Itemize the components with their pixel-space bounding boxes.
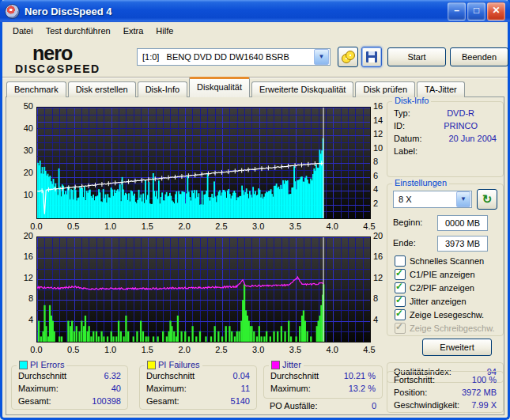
menu-bar: Datei Test durchführen Extra Hilfe [2, 22, 508, 39]
checkbox-label: Zeige Lesegeschw. [410, 310, 484, 320]
checkbox-box [395, 296, 406, 307]
end-field[interactable]: 3973 MB [437, 236, 488, 252]
disk-id-label: ID: [394, 121, 405, 131]
axis-tick-label: 0.5 [62, 221, 85, 231]
axis-tick-label: 3.5 [284, 221, 306, 231]
max-label: Maximum: [146, 384, 187, 393]
tab-disk-pruefen[interactable]: Disk prüfen [355, 81, 415, 97]
total-label: Gesamt: [18, 396, 51, 406]
axis-tick-label: 1.5 [136, 221, 158, 231]
menu-extra[interactable]: Extra [117, 25, 150, 37]
title-bar: Nero DiscSpeed 4 – □ ✕ [0, 0, 510, 22]
disk-type-label: Typ: [394, 108, 410, 118]
checkbox-schreibgeschw: Zeige Schreibgeschw. [395, 322, 495, 334]
axis-tick-label: 6 [373, 171, 394, 180]
tab-diskqualitaet[interactable]: Diskqualität [189, 77, 250, 97]
chevron-down-icon[interactable]: ▼ [456, 191, 470, 207]
disk-date-label: Datum: [394, 134, 421, 143]
checkbox-c2-pif[interactable]: C2/PIF anzeigen [395, 282, 474, 293]
axis-tick-label: 1.0 [100, 345, 122, 354]
disk-type-value: DVD-R [447, 108, 474, 118]
speed-label: Geschwindigkeit: [394, 400, 459, 410]
max-label: Maximum: [18, 384, 59, 393]
axis-tick-label: 20 [373, 231, 394, 240]
total-value: 5140 [231, 396, 250, 406]
axis-tick-label: 10 [373, 143, 394, 153]
checkbox-label: Zeige Schreibgeschw. [410, 324, 495, 333]
start-button[interactable]: Start [387, 47, 446, 66]
checkbox-label: Jitter anzeigen [410, 297, 467, 306]
po-failures-value: 0 [372, 401, 376, 411]
chevron-down-icon[interactable]: ▼ [314, 49, 329, 65]
quit-button[interactable]: Beenden [450, 47, 508, 66]
checkbox-label: C2/PIF anzeigen [410, 283, 474, 293]
minimize-button[interactable]: – [448, 2, 466, 21]
axis-tick-label: 0.0 [25, 345, 47, 354]
disk-id-value: PRINCO [444, 121, 478, 131]
progress-value: 100 % [472, 375, 497, 384]
avg-value: 0.04 [233, 371, 250, 380]
menu-hilfe[interactable]: Hilfe [149, 25, 179, 37]
maximize-button[interactable]: □ [467, 2, 485, 21]
axis-tick-label: 50 [3, 101, 33, 111]
drive-select[interactable]: [1:0] BENQ DVD DD DW1640 BSRB ▼ [137, 48, 331, 66]
axis-tick-label: 30 [3, 146, 33, 155]
tab-disk-erstellen[interactable]: Disk erstellen [68, 81, 136, 97]
nero-logo: nero DISC⊘SPEED [15, 44, 100, 74]
checkbox-schnelles-scannen[interactable]: Schnelles Scannen [395, 255, 484, 267]
begin-field[interactable]: 0000 MB [437, 215, 488, 231]
speed-value: 7.99 X [471, 400, 497, 410]
axis-tick-label: 16 [3, 252, 33, 261]
avg-value: 6.32 [104, 371, 121, 380]
checkbox-box [395, 269, 406, 280]
axis-tick-label: 1.5 [136, 345, 158, 354]
checkbox-label: C1/PIE anzeigen [410, 270, 475, 279]
axis-tick-label: 2 [373, 199, 394, 208]
checkbox-box [395, 282, 406, 293]
settings-title: Einstellungen [392, 178, 449, 187]
advanced-button[interactable]: Erweitert [422, 339, 492, 356]
checkbox-box [395, 323, 406, 334]
menu-test-durchfuehren[interactable]: Test durchführen [40, 25, 117, 37]
disk-label-label: Label: [394, 146, 417, 156]
speed-select[interactable]: 8 X ▼ [393, 191, 472, 208]
po-failures-row: PO Ausfälle: 0 [263, 399, 383, 412]
pi-failures-jitter-chart [36, 236, 371, 342]
discs-icon [342, 51, 354, 63]
close-button[interactable]: ✕ [487, 2, 505, 21]
axis-tick-label: 4 [3, 315, 33, 324]
menu-datei[interactable]: Datei [6, 25, 40, 37]
po-failures-label: PO Ausfälle: [270, 401, 318, 411]
avg-value: 10.21 % [344, 371, 376, 380]
checkbox-label: Schnelles Scannen [410, 256, 484, 266]
pi-errors-chart [36, 107, 371, 219]
tab-erweiterte-diskqualitaet[interactable]: Erweiterte Diskqualität [251, 81, 353, 97]
disk-date-value: 20 Jun 2004 [448, 134, 497, 143]
checkbox-jitter[interactable]: Jitter anzeigen [395, 295, 467, 307]
axis-tick-label: 14 [373, 115, 394, 125]
checkbox-c1-pie[interactable]: C1/PIE anzeigen [395, 268, 475, 280]
axis-tick-label: 4.5 [358, 221, 380, 231]
axis-tick-label: 20 [3, 168, 33, 177]
refresh-button[interactable]: ↻ [477, 189, 497, 210]
axis-tick-label: 2.5 [210, 345, 232, 354]
floppy-disk-icon [366, 51, 377, 62]
pi-failures-color-swatch [147, 361, 156, 369]
tab-benchmark[interactable]: Benchmark [6, 81, 66, 97]
position-label: Position: [394, 388, 427, 397]
axis-tick-label: 20 [3, 231, 33, 240]
pi-failures-stats-box: PI Failures Durchschnitt0.04 Maximum:11 … [139, 365, 257, 410]
pi-errors-stats-box: PI Errors Durchschnitt6.32 Maximum:40 Ge… [11, 365, 128, 410]
axis-tick-label: 4 [373, 315, 394, 324]
checkbox-lesegeschw[interactable]: Zeige Lesegeschw. [395, 308, 484, 320]
avg-label: Durchschnitt [18, 371, 66, 380]
axis-tick-label: 4.5 [358, 345, 380, 354]
max-value: 40 [111, 384, 121, 393]
tab-disk-info[interactable]: Disk-Info [138, 81, 187, 97]
discs-button[interactable] [338, 47, 358, 67]
tab-ta-jitter[interactable]: TA-Jitter [417, 81, 465, 97]
max-value: 11 [241, 384, 250, 393]
jitter-title: Jitter [282, 360, 301, 369]
pi-failures-title: PI Failures [158, 360, 200, 369]
save-button[interactable] [361, 47, 382, 67]
